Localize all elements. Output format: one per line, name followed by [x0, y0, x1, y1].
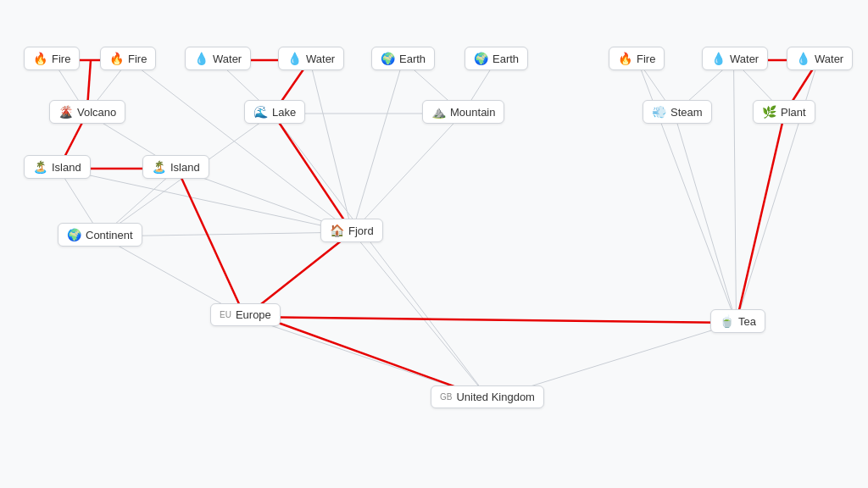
icon-continent: 🌍 [67, 228, 81, 241]
label-tea: Tea [738, 315, 756, 328]
label-earth2: Earth [492, 53, 519, 65]
flag-uk: GB [440, 392, 452, 402]
label-fire3: Fire [637, 53, 655, 65]
icon-fire1: 🔥 [33, 52, 47, 65]
label-volcano: Volcano [77, 106, 116, 119]
icon-fire3: 🔥 [618, 52, 632, 65]
node-fire2[interactable]: 🔥Fire [100, 47, 156, 70]
icon-water2: 💧 [287, 52, 302, 65]
node-continent[interactable]: 🌍Continent [58, 223, 142, 247]
svg-line-27 [353, 232, 490, 399]
label-fire1: Fire [52, 53, 70, 65]
icon-lake: 🌊 [253, 105, 268, 119]
icon-steam: 💨 [652, 105, 666, 119]
label-plant: Plant [781, 106, 806, 119]
label-mountain: Mountain [450, 106, 495, 119]
label-continent: Continent [86, 229, 133, 241]
svg-line-29 [353, 60, 403, 232]
icon-earth1: 🌍 [381, 52, 395, 65]
node-plant[interactable]: 🌿Plant [753, 100, 815, 124]
node-island1[interactable]: 🏝️Island [24, 155, 91, 179]
svg-line-36 [129, 60, 353, 232]
node-fire1[interactable]: 🔥Fire [24, 47, 80, 70]
icon-tea: 🍵 [720, 314, 734, 328]
icon-fjord: 🏠 [330, 224, 344, 237]
node-earth2[interactable]: 🌍Earth [465, 47, 528, 70]
icon-water1: 💧 [194, 52, 209, 65]
icon-island2: 🏝️ [152, 160, 166, 174]
label-water4: Water [815, 53, 843, 65]
node-uk[interactable]: GBUnited Kingdom [431, 385, 544, 408]
flag-europe: EU [220, 310, 231, 319]
icon-volcano: 🌋 [58, 105, 73, 119]
node-earth1[interactable]: 🌍Earth [371, 47, 435, 70]
label-water1: Water [213, 53, 242, 65]
node-water3[interactable]: 💧Water [702, 47, 768, 70]
svg-line-20 [675, 114, 737, 323]
node-lake[interactable]: 🌊Lake [244, 100, 305, 124]
node-steam[interactable]: 💨Steam [643, 100, 712, 124]
label-steam: Steam [670, 106, 703, 119]
svg-line-26 [273, 114, 489, 399]
svg-line-47 [737, 114, 785, 323]
node-volcano[interactable]: 🌋Volcano [49, 100, 125, 124]
svg-line-46 [245, 317, 737, 323]
label-fjord: Fjord [348, 225, 374, 237]
svg-line-28 [310, 60, 353, 232]
icon-plant: 🌿 [762, 105, 776, 119]
node-water4[interactable]: 💧Water [787, 47, 853, 70]
svg-line-14 [273, 114, 353, 232]
node-fire3[interactable]: 🔥Fire [609, 47, 665, 70]
icon-earth2: 🌍 [474, 52, 488, 65]
label-island1: Island [52, 161, 81, 174]
label-fire2: Fire [128, 53, 147, 65]
svg-line-30 [734, 60, 737, 323]
label-island2: Island [170, 161, 200, 174]
icon-fire2: 🔥 [109, 52, 124, 65]
svg-line-44 [273, 114, 353, 232]
node-water2[interactable]: 💧Water [278, 47, 344, 70]
icon-water4: 💧 [796, 52, 810, 65]
label-water3: Water [730, 53, 759, 65]
svg-line-15 [353, 114, 464, 232]
svg-line-21 [737, 114, 785, 323]
label-uk: United Kingdom [456, 391, 535, 403]
label-europe: Europe [236, 308, 271, 321]
label-earth1: Earth [399, 53, 426, 65]
node-mountain[interactable]: ⛰️Mountain [422, 100, 504, 124]
node-water1[interactable]: 💧Water [185, 47, 251, 70]
node-island2[interactable]: 🏝️Island [142, 155, 209, 179]
label-water2: Water [306, 53, 335, 65]
node-europe[interactable]: EUEurope [210, 303, 281, 326]
icon-island1: 🏝️ [33, 160, 47, 174]
node-tea[interactable]: 🍵Tea [710, 309, 765, 333]
svg-line-43 [177, 169, 245, 317]
node-fjord[interactable]: 🏠Fjord [320, 219, 383, 242]
icon-mountain: ⛰️ [431, 105, 446, 119]
icon-water3: 💧 [711, 52, 726, 65]
label-lake: Lake [272, 106, 296, 119]
